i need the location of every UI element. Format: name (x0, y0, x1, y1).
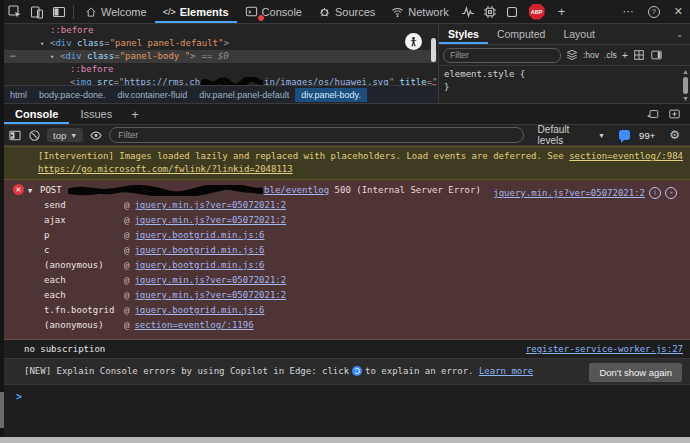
img-src-link[interactable]: https://rms.chin/images/os/huawei.svg (124, 77, 388, 85)
elements-scrollbar-thumb[interactable] (431, 38, 436, 62)
console-prompt[interactable]: > (4, 385, 690, 408)
tab-network[interactable]: Network (383, 1, 456, 23)
node-options-icon[interactable]: ⋯ (10, 50, 16, 63)
copilot-console-banner: [NEW] Explain Console errors by using Co… (4, 359, 690, 385)
toolbar-separator (73, 5, 74, 19)
stack-frame-link[interactable]: jquery.min.js?ver=05072021:2 (134, 275, 286, 285)
drawer-tab-console[interactable]: Console (4, 104, 69, 124)
styles-scrollbar-thumb[interactable] (683, 77, 688, 94)
console-error-badge (257, 14, 265, 22)
console-log-message: no subscription register-service-worker.… (4, 340, 690, 359)
chevron-down-icon[interactable]: ⌄ (676, 30, 683, 39)
new-style-rule-button[interactable]: + (622, 49, 628, 61)
learn-more-link[interactable]: Learn more (479, 366, 533, 376)
warning-link[interactable]: https://go.microsoft.com/fwlink/?linkid=… (38, 164, 293, 174)
console-warning-message: [Intervention] Images loaded lazily and … (4, 146, 690, 180)
expand-stack-icon[interactable]: ▼ (28, 184, 40, 198)
dom-node-img-huawei[interactable]: <img src="https://rms.chin/images/os/hua… (4, 76, 437, 85)
breadcrumb-item-html[interactable]: html (4, 88, 33, 102)
elements-code-icon: </> (163, 7, 176, 17)
stack-frame-link[interactable]: jquery.min.js?ver=05072021:2 (134, 215, 286, 225)
log-levels-dropdown[interactable]: Default levels ▼ (538, 124, 605, 146)
tab-styles[interactable]: Styles (439, 24, 488, 44)
breadcrumb-item-panel-body[interactable]: div.panel-body. (295, 88, 367, 102)
error-url-link[interactable]: ble/eventlog (67, 185, 329, 195)
tab-layout[interactable]: Layout (554, 24, 604, 44)
boxed-plus-icon[interactable] (668, 108, 681, 120)
styles-scroll-up-icon[interactable]: ▲ (682, 68, 689, 75)
clear-console-icon[interactable] (28, 129, 41, 142)
console-panel-icon (245, 5, 258, 18)
stack-frame-link[interactable]: jquery.bootgrid.min.js:6 (134, 305, 264, 315)
elements-tree-panel: ::before ▾<div class="panel panel-defaul… (4, 24, 437, 85)
tab-computed[interactable]: Computed (488, 24, 554, 44)
more-tabs-icon[interactable]: + (551, 4, 573, 19)
console-settings-gear-icon[interactable]: ⚙ (669, 128, 680, 142)
tab-console[interactable]: Console (237, 1, 310, 23)
error-post-line: ▼POST ble/eventlog 500 (Internal Server … (10, 183, 684, 198)
console-sidebar-icon[interactable] (8, 129, 22, 142)
help-icon[interactable]: ? (648, 6, 660, 18)
console-drawer: Console Issues + (4, 103, 690, 437)
dollar-zero-marker: == $0 (202, 51, 229, 61)
home-icon (85, 6, 97, 18)
grid-editor-icon[interactable] (633, 49, 645, 61)
tab-sources[interactable]: Sources (310, 1, 383, 23)
application-box-icon[interactable] (501, 1, 523, 23)
inspect-element-icon[interactable] (4, 1, 26, 23)
styles-tabbar: Styles Computed Layout ⌄ (439, 24, 690, 45)
performance-icon[interactable] (457, 1, 479, 23)
dom-node-panel-default[interactable]: ▾<div class="panel panel-default"> (4, 37, 437, 50)
live-expression-eye-icon[interactable] (89, 129, 103, 142)
stack-frame-link[interactable]: section=eventlog/:1196 (134, 320, 253, 330)
javascript-context-selector[interactable]: top ▼ (47, 128, 83, 142)
console-filter-input[interactable] (109, 127, 523, 143)
close-devtools-icon[interactable]: ✕ (667, 5, 690, 18)
warning-source-link[interactable]: section=eventlog/:984 (569, 150, 683, 163)
stack-frame: (anonymous)@section=eventlog/:1196 (10, 318, 684, 333)
device-toolbar-icon[interactable] (26, 1, 48, 23)
breadcrumb-item-panel[interactable]: div.panel.panel-default (193, 88, 295, 102)
styles-scroll-down-icon[interactable]: ▼ (682, 95, 689, 102)
tab-welcome[interactable]: Welcome (77, 1, 155, 23)
tab-elements[interactable]: </> Elements (155, 1, 237, 23)
stack-frame-link[interactable]: jquery.bootgrid.min.js:6 (134, 230, 264, 240)
issues-bubble-icon[interactable] (619, 130, 630, 140)
dom-node-pseudo-before[interactable]: ::before (4, 24, 437, 37)
stack-frame-link[interactable]: jquery.min.js?ver=05072021:2 (134, 200, 286, 210)
dock-panel-icon[interactable] (48, 1, 70, 23)
sources-bug-icon (318, 5, 331, 18)
stack-frame: each@jquery.min.js?ver=05072021:2 (10, 288, 684, 303)
stack-frame-link[interactable]: jquery.min.js?ver=05072021:2 (134, 290, 286, 300)
styles-filter-input[interactable] (443, 48, 561, 63)
console-messages: [Intervention] Images loaded lazily and … (4, 146, 690, 408)
caret-down-icon: ▼ (70, 132, 77, 139)
styles-sidebar: Styles Computed Layout ⌄ :hov .cls + (438, 24, 690, 103)
add-drawer-tab-icon[interactable]: + (123, 107, 147, 122)
dont-show-again-button[interactable]: Don't show again (589, 363, 682, 382)
error-source-link[interactable]: jquery.min.js?ver=05072021:2 (493, 187, 645, 199)
stack-frame-link[interactable]: jquery.bootgrid.min.js:6 (134, 260, 264, 270)
dom-node-pseudo-before-2[interactable]: ::before (4, 63, 437, 76)
layers-icon[interactable] (566, 49, 578, 61)
adblock-plus-icon[interactable]: ABP (529, 4, 545, 20)
stack-frame: each@jquery.min.js?ver=05072021:2 (10, 273, 684, 288)
hover-state-button[interactable]: :hov (583, 50, 599, 60)
breadcrumb-item-body[interactable]: body.pace-done. (33, 88, 111, 102)
drawer-tab-issues[interactable]: Issues (69, 104, 123, 124)
log-source-link[interactable]: register-service-worker.js:27 (526, 343, 683, 355)
drawer-dock-icon[interactable] (646, 108, 660, 120)
customize-devtools-icon[interactable]: ⋯ (616, 5, 641, 18)
copilot-explain-icon[interactable]: ◔ (665, 187, 677, 199)
stack-frame-link[interactable]: jquery.bootgrid.min.js:6 (134, 245, 264, 255)
breadcrumb-item-container[interactable]: div.container-fluid (111, 88, 193, 102)
dom-node-panel-body-selected[interactable]: ⋯ ▾<div class="panel-body ">== $0 (4, 50, 437, 63)
class-toggle-button[interactable]: .cls (604, 50, 617, 60)
drawer-tabbar: Console Issues + (4, 103, 690, 125)
console-toolbar: top ▼ Default levels ▼ 99+ ⚙ (4, 125, 690, 146)
element-style-rule[interactable]: element.style { } (439, 66, 690, 96)
memory-chip-icon[interactable] (479, 1, 501, 23)
stack-frame: t.fn.bootgrid@jquery.bootgrid.min.js:6 (10, 303, 684, 318)
sidebar-toggle-icon[interactable] (650, 49, 663, 61)
info-icon[interactable]: i (649, 187, 661, 199)
